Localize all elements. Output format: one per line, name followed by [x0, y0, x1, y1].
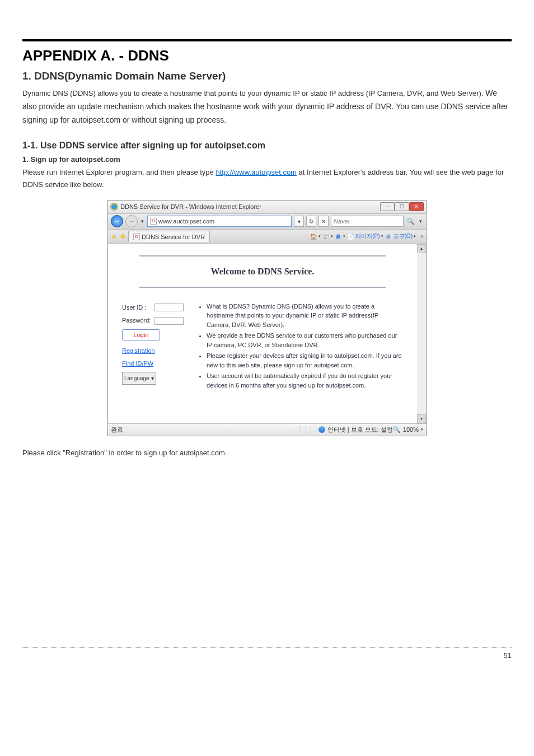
feeds-icon[interactable]: 📰 — [322, 232, 330, 240]
after-image-text: Please click "Registration" in order to … — [22, 449, 512, 457]
tabbar-left: ★ ✚ DDNS Service for DVR — [111, 231, 210, 242]
scroll-up-button[interactable]: ▴ — [417, 244, 426, 253]
login-panel: User ID : Password: Login Registration F… — [122, 302, 186, 392]
userid-row: User ID : — [122, 302, 186, 314]
tools-icon: ⚙ — [385, 232, 392, 240]
site-favicon-icon — [150, 218, 157, 225]
status-separator — [301, 426, 301, 433]
ie-favicon-icon — [110, 203, 118, 211]
browser-viewport: ▴ ▾ Welcome to DDNS Service. User ID : P… — [108, 244, 426, 423]
tools-menu[interactable]: 도구(O) — [394, 232, 413, 240]
list-item: User account will be automatically expir… — [207, 371, 403, 390]
page-footer: 51 — [22, 647, 512, 660]
add-favorites-icon[interactable]: ✚ — [120, 232, 126, 241]
nav-history-dropdown[interactable]: ▾ — [141, 218, 144, 224]
window-buttons: — ☐ ✕ — [380, 202, 424, 211]
tab-favicon-icon — [133, 234, 140, 240]
status-zone-text: 인터넷 | 보호 모드: 설정 — [327, 426, 393, 434]
zoom-dropdown[interactable]: ▾ — [421, 427, 423, 432]
userid-input[interactable] — [154, 304, 184, 311]
command-bar: 🏠▾ 📰▾ 🖶▾ 📄 페이지(P)▾ ⚙ 도구(O)▾ » — [310, 232, 423, 240]
userid-label: User ID : — [122, 302, 154, 314]
welcome-banner: Welcome to DDNS Service. — [139, 255, 386, 288]
status-separator — [311, 426, 311, 433]
back-button[interactable]: ← — [111, 215, 123, 227]
status-zoom[interactable]: 🔍 100% ▾ — [393, 426, 423, 433]
page-dropdown[interactable]: ▾ — [381, 234, 383, 239]
password-label: Password: — [122, 315, 154, 326]
scroll-down-button[interactable]: ▾ — [417, 414, 426, 423]
step1-before: Please run Internet Explorer program, an… — [22, 168, 216, 176]
status-zone: 인터넷 | 보호 모드: 설정 — [318, 426, 393, 434]
login-area: User ID : Password: Login Registration F… — [114, 302, 411, 392]
status-separator — [306, 426, 306, 433]
search-box[interactable]: Naver — [331, 216, 404, 227]
list-item: What is DDNS? Dynamic DNS (DDNS) allows … — [207, 302, 403, 330]
zoom-icon: 🔍 — [393, 426, 401, 433]
search-dropdown[interactable]: ▾ — [419, 218, 422, 224]
intro-first: Dynamic DNS (DDNS) allows you to create … — [22, 89, 483, 97]
status-done: 완료 — [111, 426, 298, 434]
browser-window: DDNS Service for DVR - Windows Internet … — [107, 200, 427, 436]
step1-title: 1. Sign up for autoipset.com — [22, 155, 512, 164]
browser-navbar: ← → ▾ www.auctoipset.com ▾ ↻ ✕ Naver 🔍 ▾ — [108, 214, 426, 230]
print-dropdown[interactable]: ▾ — [343, 234, 345, 239]
address-text: www.auctoipset.com — [158, 218, 214, 225]
close-button[interactable]: ✕ — [409, 202, 424, 211]
favorites-star-icon[interactable]: ★ — [111, 232, 118, 241]
home-dropdown[interactable]: ▾ — [318, 234, 321, 239]
list-item: Please register your devices after signi… — [207, 351, 403, 370]
description-panel: What is DDNS? Dynamic DNS (DDNS) allows … — [198, 302, 403, 392]
internet-zone-icon — [318, 426, 325, 433]
tab-title: DDNS Service for DVR — [142, 234, 205, 240]
browser-tab[interactable]: DDNS Service for DVR — [128, 231, 210, 242]
welcome-title: Welcome to DDNS Service. — [139, 267, 386, 277]
search-button[interactable]: 🔍 — [406, 216, 416, 227]
autoipset-link[interactable]: http://www.autoipset.com — [216, 168, 297, 176]
status-separator — [316, 426, 316, 433]
home-icon[interactable]: 🏠 — [310, 232, 317, 240]
page-icon: 📄 — [346, 232, 354, 240]
intro-paragraph: Dynamic DNS (DDNS) allows you to create … — [22, 87, 512, 127]
appendix-title: APPENDIX A. - DDNS — [22, 47, 512, 64]
forward-button[interactable]: → — [125, 215, 138, 227]
browser-tabbar: ★ ✚ DDNS Service for DVR 🏠▾ 📰▾ 🖶▾ 📄 페이지(… — [108, 230, 426, 244]
minimize-button[interactable]: — — [380, 202, 395, 211]
address-bar[interactable]: www.auctoipset.com — [147, 216, 292, 227]
language-select[interactable]: Language ▾ — [122, 372, 156, 385]
page-menu[interactable]: 페이지(P) — [355, 232, 380, 240]
list-item: We provide a free DDNS service to our cu… — [207, 331, 403, 349]
description-list: What is DDNS? Dynamic DNS (DDNS) allows … — [198, 302, 403, 390]
address-dropdown[interactable]: ▾ — [294, 216, 304, 227]
subsection-title: 1-1. Use DDNS service after signing up f… — [22, 141, 512, 151]
stop-button[interactable]: ✕ — [318, 216, 329, 227]
password-row: Password: — [122, 315, 186, 326]
print-icon[interactable]: 🖶 — [334, 232, 342, 240]
top-rule — [22, 39, 512, 41]
tools-dropdown[interactable]: ▾ — [414, 234, 416, 239]
more-commands[interactable]: » — [420, 234, 423, 239]
titlebar-left: DDNS Service for DVR - Windows Internet … — [110, 203, 261, 211]
registration-link[interactable]: Registration — [122, 345, 186, 357]
zoom-value: 100% — [403, 426, 419, 433]
login-button[interactable]: Login — [122, 329, 160, 340]
language-label: Language — [124, 373, 149, 384]
refresh-button[interactable]: ↻ — [306, 216, 316, 227]
step1-text: Please run Internet Explorer program, an… — [22, 166, 512, 191]
browser-statusbar: 완료 인터넷 | 보호 모드: 설정 🔍 100% ▾ — [108, 423, 426, 436]
password-input[interactable] — [154, 317, 184, 325]
page-number: 51 — [504, 651, 512, 660]
maximize-button[interactable]: ☐ — [395, 202, 409, 211]
browser-titlebar: DDNS Service for DVR - Windows Internet … — [108, 200, 426, 214]
window-title: DDNS Service for DVR - Windows Internet … — [120, 203, 261, 210]
search-placeholder: Naver — [334, 218, 350, 225]
chevron-down-icon: ▾ — [151, 373, 154, 384]
section-title: 1. DDNS(Dynamic Domain Name Server) — [22, 70, 512, 82]
feeds-dropdown[interactable]: ▾ — [331, 234, 333, 239]
find-idpw-link[interactable]: Find ID/PW — [122, 358, 186, 370]
